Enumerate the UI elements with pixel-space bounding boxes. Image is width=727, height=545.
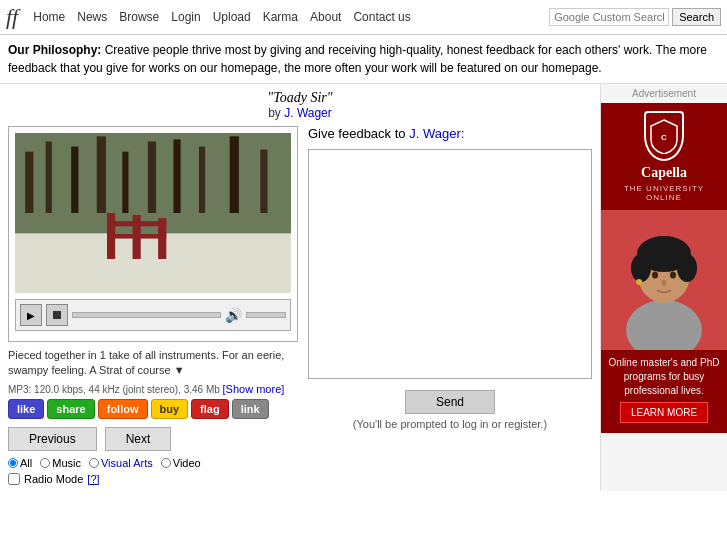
svg-rect-8 bbox=[199, 147, 205, 213]
main-content: "Toady Sir" by J. Wager bbox=[0, 84, 727, 491]
header: ff Home News Browse Login Upload Karma A… bbox=[0, 0, 727, 35]
filter-row: All Music Visual Arts Video bbox=[8, 457, 298, 469]
previous-button[interactable]: Previous bbox=[8, 427, 97, 451]
nav-upload[interactable]: Upload bbox=[208, 8, 256, 26]
send-button-row: Send bbox=[308, 390, 592, 414]
description-text: Pieced together in 1 take of all instrum… bbox=[8, 349, 284, 376]
like-button[interactable]: like bbox=[8, 399, 44, 419]
login-note: (You'll be prompted to log in or registe… bbox=[308, 418, 592, 430]
pagination-buttons: Previous Next bbox=[8, 427, 298, 451]
link-button[interactable]: link bbox=[232, 399, 269, 419]
svg-rect-3 bbox=[71, 147, 78, 213]
svg-point-26 bbox=[670, 271, 676, 278]
radio-mode-checkbox[interactable] bbox=[8, 473, 20, 485]
progress-bar[interactable] bbox=[72, 312, 221, 318]
learn-more-button[interactable]: LEARN MORE bbox=[620, 402, 708, 423]
svg-point-27 bbox=[661, 280, 666, 286]
svg-rect-7 bbox=[173, 139, 180, 213]
track-description: Pieced together in 1 take of all instrum… bbox=[8, 348, 298, 379]
feedback-colon: : bbox=[461, 126, 465, 141]
search-area: Search bbox=[549, 8, 721, 26]
play-button[interactable]: ▶ bbox=[20, 304, 42, 326]
next-button[interactable]: Next bbox=[105, 427, 172, 451]
svg-rect-15 bbox=[107, 221, 166, 226]
ad-image-box: C Capella THE UNIVERSITY ONLINE bbox=[601, 103, 728, 433]
share-button[interactable]: share bbox=[47, 399, 94, 419]
svg-rect-10 bbox=[260, 150, 267, 213]
search-button[interactable]: Search bbox=[672, 8, 721, 26]
ad-label: Advertisement bbox=[628, 84, 700, 103]
svg-rect-16 bbox=[107, 233, 166, 238]
radio-mode-label: Radio Mode bbox=[24, 473, 83, 485]
svg-text:C: C bbox=[661, 133, 667, 142]
feedback-textarea[interactable] bbox=[308, 149, 592, 379]
radio-mode-help-link[interactable]: [?] bbox=[87, 473, 99, 485]
song-title: "Toady Sir" bbox=[8, 90, 592, 106]
filter-visual-arts-label[interactable]: Visual Arts bbox=[89, 457, 153, 469]
philosophy-text: Creative people thrive most by giving an… bbox=[8, 43, 707, 75]
mp3-info-text: MP3: 120.0 kbps, 44 kHz (joint stereo), … bbox=[8, 384, 220, 395]
audio-player: ▶ 🔊 bbox=[15, 299, 291, 331]
song-by-label: by bbox=[268, 106, 281, 120]
svg-rect-5 bbox=[122, 152, 128, 213]
search-input[interactable] bbox=[549, 8, 669, 26]
filter-music-radio[interactable] bbox=[40, 458, 50, 468]
feedback-author-link[interactable]: J. Wager bbox=[409, 126, 461, 141]
volume-bar[interactable] bbox=[246, 312, 286, 318]
capella-logo: C Capella THE UNIVERSITY ONLINE bbox=[601, 103, 728, 210]
person-illustration bbox=[601, 210, 728, 350]
filter-all-radio[interactable] bbox=[8, 458, 18, 468]
ad-panel: Advertisement C Capella THE UNIVERSITY O… bbox=[600, 84, 727, 491]
filter-music-label[interactable]: Music bbox=[40, 457, 81, 469]
radio-mode-row: Radio Mode [?] bbox=[8, 473, 298, 485]
feedback-label: Give feedback to J. Wager: bbox=[308, 126, 592, 141]
philosophy-bar: Our Philosophy: Creative people thrive m… bbox=[0, 35, 727, 84]
show-more-link[interactable]: [Show more] bbox=[223, 383, 285, 395]
track-image bbox=[15, 133, 291, 293]
song-author: by J. Wager bbox=[8, 106, 592, 120]
filter-all-label[interactable]: All bbox=[8, 457, 32, 469]
nav-contact[interactable]: Contact us bbox=[348, 8, 415, 26]
svg-rect-11 bbox=[15, 233, 291, 293]
feedback-prefix: Give feedback to bbox=[308, 126, 406, 141]
svg-rect-9 bbox=[230, 136, 239, 213]
capella-name: Capella bbox=[605, 165, 724, 182]
svg-rect-2 bbox=[46, 141, 52, 213]
stop-button[interactable] bbox=[46, 304, 68, 326]
svg-point-24 bbox=[677, 254, 697, 282]
track-section: ▶ 🔊 Pieced together in 1 take of all ins… bbox=[8, 126, 298, 485]
filter-music-text: Music bbox=[52, 457, 81, 469]
flag-button[interactable]: flag bbox=[191, 399, 229, 419]
track-box: ▶ 🔊 bbox=[8, 126, 298, 342]
send-button[interactable]: Send bbox=[405, 390, 495, 414]
filter-video-radio[interactable] bbox=[161, 458, 171, 468]
nav-browse[interactable]: Browse bbox=[114, 8, 164, 26]
svg-rect-1 bbox=[25, 152, 33, 213]
track-artwork bbox=[15, 133, 291, 293]
svg-point-25 bbox=[652, 271, 658, 278]
shield-svg: C bbox=[649, 118, 679, 154]
feedback-section: Give feedback to J. Wager: Send (You'll … bbox=[308, 126, 592, 485]
buy-button[interactable]: buy bbox=[151, 399, 189, 419]
follow-button[interactable]: follow bbox=[98, 399, 148, 419]
filter-video-text: Video bbox=[173, 457, 201, 469]
nav-karma[interactable]: Karma bbox=[258, 8, 303, 26]
left-panel: "Toady Sir" by J. Wager bbox=[0, 84, 600, 491]
ad-text-content: Online master's and PhD programs for bus… bbox=[605, 356, 724, 398]
nav-news[interactable]: News bbox=[72, 8, 112, 26]
track-image-inner bbox=[15, 133, 291, 293]
filter-video-label[interactable]: Video bbox=[161, 457, 201, 469]
mp3-info: MP3: 120.0 kbps, 44 kHz (joint stereo), … bbox=[8, 383, 298, 395]
nav-home[interactable]: Home bbox=[28, 8, 70, 26]
filter-visual-arts-radio[interactable] bbox=[89, 458, 99, 468]
song-header: "Toady Sir" by J. Wager bbox=[8, 90, 592, 120]
nav-login[interactable]: Login bbox=[166, 8, 205, 26]
content-area: ▶ 🔊 Pieced together in 1 take of all ins… bbox=[8, 126, 592, 485]
nav-about[interactable]: About bbox=[305, 8, 346, 26]
svg-point-23 bbox=[631, 254, 651, 282]
philosophy-label: Our Philosophy: bbox=[8, 43, 101, 57]
filter-visual-arts-text: Visual Arts bbox=[101, 457, 153, 469]
song-author-link[interactable]: J. Wager bbox=[284, 106, 332, 120]
capella-shield-icon: C bbox=[644, 111, 684, 161]
svg-rect-4 bbox=[97, 136, 106, 213]
